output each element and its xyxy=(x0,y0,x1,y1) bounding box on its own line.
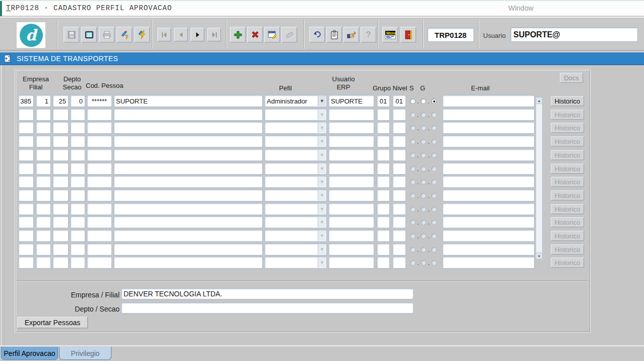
clipboard-button[interactable] xyxy=(326,26,342,43)
cell-secao[interactable] xyxy=(70,149,85,161)
cell-depto[interactable] xyxy=(52,203,69,215)
scroll-up-button[interactable]: ▲ xyxy=(536,97,542,104)
cell-nivel[interactable] xyxy=(392,176,406,188)
cell-email[interactable] xyxy=(442,135,535,147)
cell-filial[interactable] xyxy=(36,230,51,242)
cell-cod_pessoa[interactable] xyxy=(87,109,112,121)
cell-depto[interactable]: 25 xyxy=(52,95,69,107)
cell-grupo[interactable] xyxy=(377,256,390,269)
cell-filial[interactable] xyxy=(36,189,51,201)
cell-nome[interactable] xyxy=(113,149,263,161)
cell-usuario_erp[interactable] xyxy=(328,122,374,134)
cell-grupo[interactable] xyxy=(377,203,390,215)
sg-radio-2[interactable] xyxy=(421,98,426,104)
cell-usuario_erp[interactable] xyxy=(328,163,374,175)
cell-nivel[interactable] xyxy=(392,163,406,175)
cell-empresa[interactable] xyxy=(18,230,34,242)
cell-usuario_erp[interactable] xyxy=(328,243,374,255)
cell-secao[interactable] xyxy=(70,109,85,121)
grid-scrollbar[interactable]: ▲ ▼ xyxy=(536,97,543,260)
cell-cod_pessoa[interactable] xyxy=(87,135,112,147)
cell-secao[interactable] xyxy=(70,203,85,215)
usuario-field[interactable]: SUPORTE@ xyxy=(510,27,638,42)
cell-secao[interactable] xyxy=(70,176,85,188)
cell-cod_pessoa[interactable] xyxy=(87,256,112,269)
dropdown-arrow-icon[interactable]: ▼ xyxy=(318,231,326,241)
dropdown-arrow-icon[interactable]: ▼ xyxy=(318,217,326,227)
exportar-pessoas-button[interactable]: Exportar Pessoas xyxy=(17,316,88,329)
cell-nivel[interactable] xyxy=(392,256,406,269)
cell-email[interactable] xyxy=(442,189,535,201)
cell-perfil-dropdown[interactable]: ▼ xyxy=(264,216,327,228)
cell-nivel[interactable] xyxy=(392,230,406,242)
cell-depto[interactable] xyxy=(52,109,69,121)
cell-cod_pessoa[interactable] xyxy=(87,122,112,134)
cell-secao[interactable] xyxy=(70,163,85,175)
save-button[interactable] xyxy=(63,26,80,43)
cell-filial[interactable] xyxy=(36,135,51,147)
cell-email[interactable] xyxy=(442,109,535,121)
cell-grupo[interactable] xyxy=(377,189,390,201)
cell-grupo[interactable] xyxy=(377,122,390,134)
cell-email[interactable] xyxy=(442,216,535,228)
cell-filial[interactable] xyxy=(36,149,51,161)
cell-cod_pessoa[interactable] xyxy=(87,230,112,242)
tab-perfil-aprovacao[interactable]: Perfil Aprovacao xyxy=(1,347,58,360)
permissions-button[interactable] xyxy=(343,26,360,43)
undo-button[interactable] xyxy=(309,26,325,43)
cell-perfil-dropdown[interactable]: ▼ xyxy=(264,203,327,215)
cell-email[interactable] xyxy=(442,122,535,134)
cell-email[interactable] xyxy=(442,203,535,215)
cell-filial[interactable] xyxy=(36,243,51,255)
cell-usuario_erp[interactable] xyxy=(328,230,374,242)
cell-filial[interactable] xyxy=(36,163,51,175)
cell-nome[interactable]: SUPORTE xyxy=(113,95,263,107)
cell-nome[interactable] xyxy=(113,189,263,201)
cell-filial[interactable]: 1 xyxy=(36,95,51,107)
cell-nivel[interactable] xyxy=(392,243,406,255)
scroll-down-button[interactable]: ▼ xyxy=(536,252,542,259)
docs-button[interactable]: Docs xyxy=(559,72,583,83)
nav-prev-button[interactable] xyxy=(173,27,188,42)
exit-button[interactable] xyxy=(400,26,417,43)
cell-nivel[interactable] xyxy=(392,216,406,228)
cell-depto[interactable] xyxy=(52,176,69,188)
cell-nome[interactable] xyxy=(113,163,263,175)
sg-radio-1[interactable] xyxy=(410,98,416,104)
cell-perfil-dropdown[interactable]: ▼ xyxy=(264,189,327,201)
cell-nome[interactable] xyxy=(113,122,263,134)
dropdown-arrow-icon[interactable]: ▼ xyxy=(318,136,326,146)
historico-button[interactable]: Historico xyxy=(550,95,584,107)
cell-depto[interactable] xyxy=(52,122,69,134)
cell-filial[interactable] xyxy=(36,109,51,121)
cell-empresa[interactable] xyxy=(18,216,34,228)
cell-filial[interactable] xyxy=(36,203,51,215)
cell-perfil-dropdown[interactable]: Administrador▼ xyxy=(264,95,327,107)
cell-secao[interactable] xyxy=(70,189,85,201)
cell-secao[interactable]: 0 xyxy=(70,95,85,107)
cell-email[interactable] xyxy=(442,95,535,107)
cell-empresa[interactable] xyxy=(18,189,34,201)
cell-cod_pessoa[interactable] xyxy=(87,203,112,215)
cell-empresa[interactable] xyxy=(18,149,34,161)
cell-usuario_erp[interactable] xyxy=(328,216,374,228)
cell-nome[interactable] xyxy=(113,176,263,188)
cell-usuario_erp[interactable] xyxy=(328,203,374,215)
cell-secao[interactable] xyxy=(70,135,85,147)
cell-nivel[interactable] xyxy=(392,149,406,161)
menu-button[interactable]: Menu xyxy=(382,26,398,43)
cell-secao[interactable] xyxy=(70,243,85,255)
cell-depto[interactable] xyxy=(52,243,69,255)
cell-empresa[interactable] xyxy=(18,109,34,121)
cell-perfil-dropdown[interactable]: ▼ xyxy=(264,163,327,175)
nav-last-button[interactable] xyxy=(207,27,221,42)
cell-nivel[interactable] xyxy=(392,122,406,134)
cell-perfil-dropdown[interactable]: ▼ xyxy=(264,256,327,269)
cell-secao[interactable] xyxy=(70,216,85,228)
dropdown-arrow-icon[interactable]: ▼ xyxy=(318,204,326,214)
cell-empresa[interactable] xyxy=(18,243,34,255)
cell-nome[interactable] xyxy=(113,230,263,242)
cell-cod_pessoa[interactable] xyxy=(87,189,112,201)
cell-grupo[interactable]: 01 xyxy=(377,95,390,107)
cell-cod_pessoa[interactable] xyxy=(87,216,112,228)
